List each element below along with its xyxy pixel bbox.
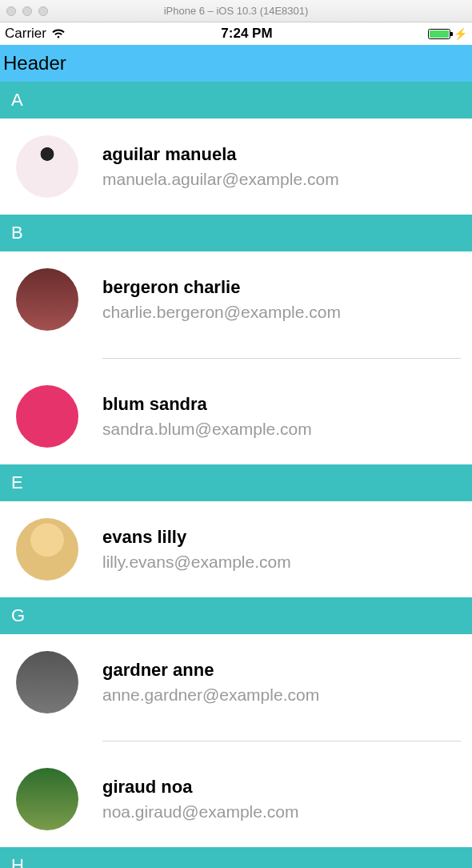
section-header: B xyxy=(0,215,472,251)
avatar xyxy=(16,268,78,331)
simulator-titlebar: iPhone 6 – iOS 10.3 (14E8301) xyxy=(0,0,472,22)
contact-email: lilly.evans@example.com xyxy=(102,553,291,572)
section-body: bergeron charliecharlie.bergeron@example… xyxy=(0,251,472,464)
contact-row[interactable]: aguilar manuelamanuela.aguilar@example.c… xyxy=(0,119,472,215)
simulator-title: iPhone 6 – iOS 10.3 (14E8301) xyxy=(0,5,472,17)
list-header-title: Header xyxy=(3,52,66,74)
wifi-icon xyxy=(51,28,66,39)
contact-row[interactable]: gardner anneanne.gardner@example.com xyxy=(0,634,472,730)
contact-name: giraud noa xyxy=(102,777,298,798)
contact-text: giraud noanoa.giraud@example.com xyxy=(102,777,298,822)
contact-email: manuela.aguilar@example.com xyxy=(102,170,339,189)
section-header: E xyxy=(0,464,472,501)
avatar xyxy=(16,385,78,448)
status-time: 7:24 PM xyxy=(221,26,272,42)
contact-row[interactable]: blum sandrasandra.blum@example.com xyxy=(0,368,472,464)
charging-icon: ⚡ xyxy=(454,28,467,39)
section-body: aguilar manuelamanuela.aguilar@example.c… xyxy=(0,119,472,215)
contact-text: blum sandrasandra.blum@example.com xyxy=(102,394,312,439)
contact-email: anne.gardner@example.com xyxy=(102,685,319,705)
avatar xyxy=(16,651,78,713)
contact-text: aguilar manuelamanuela.aguilar@example.c… xyxy=(102,144,339,189)
status-bar: Carrier 7:24 PM ⚡ xyxy=(0,22,472,45)
avatar xyxy=(16,518,78,581)
avatar xyxy=(16,135,78,198)
section-header: G xyxy=(0,597,472,634)
list-header: Header xyxy=(0,45,472,82)
contact-email: noa.giraud@example.com xyxy=(102,802,298,822)
contacts-list[interactable]: Aaguilar manuelamanuela.aguilar@example.… xyxy=(0,82,472,868)
section-header: A xyxy=(0,82,472,119)
contact-text: bergeron charliecharlie.bergeron@example… xyxy=(102,277,341,322)
contact-email: sandra.blum@example.com xyxy=(102,420,312,439)
contact-name: gardner anne xyxy=(102,660,319,681)
section-body: gardner anneanne.gardner@example.comgira… xyxy=(0,634,472,847)
avatar xyxy=(16,768,78,830)
contact-row[interactable]: bergeron charliecharlie.bergeron@example… xyxy=(0,251,472,348)
contact-name: evans lilly xyxy=(102,527,291,548)
battery-icon xyxy=(428,29,450,39)
phone-screen: Carrier 7:24 PM ⚡ Header Aaguilar manuel… xyxy=(0,22,472,868)
carrier-label: Carrier xyxy=(5,26,46,42)
contact-email: charlie.bergeron@example.com xyxy=(102,303,341,322)
contact-row[interactable]: evans lillylilly.evans@example.com xyxy=(0,501,472,597)
contact-name: blum sandra xyxy=(102,394,312,415)
contact-row[interactable]: giraud noanoa.giraud@example.com xyxy=(0,751,472,847)
contact-name: bergeron charlie xyxy=(102,277,341,298)
contact-text: evans lillylilly.evans@example.com xyxy=(102,527,291,572)
section-header: H xyxy=(0,847,472,868)
contact-name: aguilar manuela xyxy=(102,144,339,165)
section-body: evans lillylilly.evans@example.com xyxy=(0,501,472,597)
contact-text: gardner anneanne.gardner@example.com xyxy=(102,660,319,705)
